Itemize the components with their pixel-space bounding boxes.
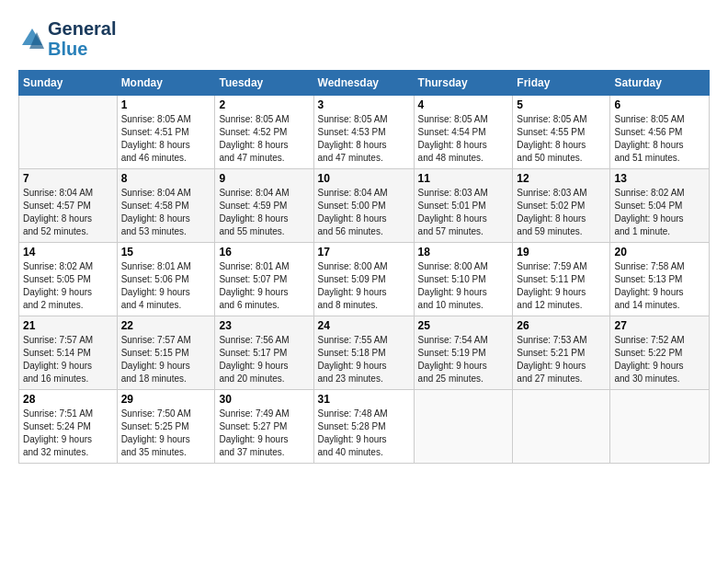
calendar-cell: 13Sunrise: 8:02 AMSunset: 5:04 PMDayligh… bbox=[610, 169, 710, 243]
day-number: 24 bbox=[318, 319, 410, 332]
calendar-cell: 17Sunrise: 8:00 AMSunset: 5:09 PMDayligh… bbox=[313, 243, 414, 316]
day-info: Sunrise: 7:58 AMSunset: 5:13 PMDaylight:… bbox=[614, 260, 705, 312]
day-info: Sunrise: 7:57 AMSunset: 5:14 PMDaylight:… bbox=[23, 334, 113, 385]
calendar-cell: 7Sunrise: 8:04 AMSunset: 4:57 PMDaylight… bbox=[19, 169, 118, 243]
page: General Blue SundayMondayTuesdayWednesda… bbox=[0, 0, 728, 563]
calendar-cell: 18Sunrise: 8:00 AMSunset: 5:10 PMDayligh… bbox=[414, 243, 513, 316]
day-number: 3 bbox=[318, 98, 410, 111]
day-number: 22 bbox=[121, 319, 211, 332]
day-info: Sunrise: 8:04 AMSunset: 5:00 PMDaylight:… bbox=[318, 187, 410, 238]
day-info: Sunrise: 8:03 AMSunset: 5:01 PMDaylight:… bbox=[418, 187, 509, 238]
calendar-cell: 11Sunrise: 8:03 AMSunset: 5:01 PMDayligh… bbox=[414, 169, 513, 243]
day-number: 19 bbox=[517, 246, 606, 259]
weekday-header-thursday: Thursday bbox=[414, 71, 513, 96]
day-info: Sunrise: 8:05 AMSunset: 4:55 PMDaylight:… bbox=[517, 113, 606, 165]
day-info: Sunrise: 8:05 AMSunset: 4:53 PMDaylight:… bbox=[318, 113, 410, 165]
day-info: Sunrise: 8:00 AMSunset: 5:10 PMDaylight:… bbox=[418, 260, 509, 312]
weekday-header-sunday: Sunday bbox=[19, 71, 118, 96]
calendar-cell bbox=[513, 390, 610, 464]
day-number: 13 bbox=[614, 172, 705, 185]
calendar-cell: 29Sunrise: 7:50 AMSunset: 5:25 PMDayligh… bbox=[117, 390, 215, 464]
day-info: Sunrise: 8:05 AMSunset: 4:54 PMDaylight:… bbox=[418, 113, 509, 165]
day-number: 29 bbox=[121, 393, 211, 406]
day-number: 20 bbox=[614, 246, 705, 259]
calendar-cell: 31Sunrise: 7:48 AMSunset: 5:28 PMDayligh… bbox=[313, 390, 414, 464]
day-number: 5 bbox=[517, 98, 606, 111]
day-info: Sunrise: 7:53 AMSunset: 5:21 PMDaylight:… bbox=[517, 334, 606, 385]
calendar-cell bbox=[414, 390, 513, 464]
calendar-cell: 22Sunrise: 7:57 AMSunset: 5:15 PMDayligh… bbox=[117, 316, 215, 390]
day-number: 8 bbox=[121, 172, 211, 185]
day-number: 1 bbox=[121, 98, 211, 111]
calendar-cell: 14Sunrise: 8:02 AMSunset: 5:05 PMDayligh… bbox=[19, 243, 118, 316]
week-row-5: 28Sunrise: 7:51 AMSunset: 5:24 PMDayligh… bbox=[19, 390, 710, 464]
calendar-cell: 16Sunrise: 8:01 AMSunset: 5:07 PMDayligh… bbox=[215, 243, 313, 316]
calendar-cell: 10Sunrise: 8:04 AMSunset: 5:00 PMDayligh… bbox=[313, 169, 414, 243]
day-info: Sunrise: 8:01 AMSunset: 5:06 PMDaylight:… bbox=[121, 260, 211, 312]
day-number: 26 bbox=[517, 319, 606, 332]
day-number: 7 bbox=[23, 172, 113, 185]
calendar-cell: 12Sunrise: 8:03 AMSunset: 5:02 PMDayligh… bbox=[513, 169, 610, 243]
day-info: Sunrise: 8:05 AMSunset: 4:56 PMDaylight:… bbox=[614, 113, 705, 165]
day-number: 2 bbox=[219, 98, 309, 111]
day-number: 9 bbox=[219, 172, 309, 185]
calendar-cell: 5Sunrise: 8:05 AMSunset: 4:55 PMDaylight… bbox=[513, 96, 610, 169]
logo-icon bbox=[18, 25, 46, 52]
day-info: Sunrise: 8:05 AMSunset: 4:52 PMDaylight:… bbox=[219, 113, 309, 165]
weekday-header-saturday: Saturday bbox=[610, 71, 710, 96]
day-number: 12 bbox=[517, 172, 606, 185]
day-info: Sunrise: 7:54 AMSunset: 5:19 PMDaylight:… bbox=[418, 334, 509, 385]
day-info: Sunrise: 7:49 AMSunset: 5:27 PMDaylight:… bbox=[219, 408, 309, 459]
day-info: Sunrise: 7:48 AMSunset: 5:28 PMDaylight:… bbox=[318, 408, 410, 459]
calendar-cell bbox=[610, 390, 710, 464]
day-number: 14 bbox=[23, 246, 113, 259]
day-number: 25 bbox=[418, 319, 509, 332]
calendar-cell: 6Sunrise: 8:05 AMSunset: 4:56 PMDaylight… bbox=[610, 96, 710, 169]
day-info: Sunrise: 8:02 AMSunset: 5:04 PMDaylight:… bbox=[614, 187, 705, 238]
day-info: Sunrise: 7:51 AMSunset: 5:24 PMDaylight:… bbox=[23, 408, 113, 459]
weekday-header-friday: Friday bbox=[513, 71, 610, 96]
day-number: 4 bbox=[418, 98, 509, 111]
day-info: Sunrise: 7:56 AMSunset: 5:17 PMDaylight:… bbox=[219, 334, 309, 385]
calendar-cell: 3Sunrise: 8:05 AMSunset: 4:53 PMDaylight… bbox=[313, 96, 414, 169]
calendar-cell: 23Sunrise: 7:56 AMSunset: 5:17 PMDayligh… bbox=[215, 316, 313, 390]
calendar-cell: 24Sunrise: 7:55 AMSunset: 5:18 PMDayligh… bbox=[313, 316, 414, 390]
day-info: Sunrise: 8:00 AMSunset: 5:09 PMDaylight:… bbox=[318, 260, 410, 312]
day-number: 27 bbox=[614, 319, 705, 332]
week-row-3: 14Sunrise: 8:02 AMSunset: 5:05 PMDayligh… bbox=[19, 243, 710, 316]
calendar-cell: 21Sunrise: 7:57 AMSunset: 5:14 PMDayligh… bbox=[19, 316, 118, 390]
day-number: 21 bbox=[23, 319, 113, 332]
week-row-2: 7Sunrise: 8:04 AMSunset: 4:57 PMDaylight… bbox=[19, 169, 710, 243]
logo: General Blue bbox=[18, 18, 116, 59]
weekday-header-monday: Monday bbox=[117, 71, 215, 96]
calendar-cell: 2Sunrise: 8:05 AMSunset: 4:52 PMDaylight… bbox=[215, 96, 313, 169]
calendar-cell: 1Sunrise: 8:05 AMSunset: 4:51 PMDaylight… bbox=[117, 96, 215, 169]
day-number: 17 bbox=[318, 246, 410, 259]
day-info: Sunrise: 8:04 AMSunset: 4:59 PMDaylight:… bbox=[219, 187, 309, 238]
calendar-cell: 8Sunrise: 8:04 AMSunset: 4:58 PMDaylight… bbox=[117, 169, 215, 243]
weekday-header-wednesday: Wednesday bbox=[313, 71, 414, 96]
day-number: 18 bbox=[418, 246, 509, 259]
calendar-cell: 19Sunrise: 7:59 AMSunset: 5:11 PMDayligh… bbox=[513, 243, 610, 316]
weekday-header-row: SundayMondayTuesdayWednesdayThursdayFrid… bbox=[19, 71, 710, 96]
week-row-1: 1Sunrise: 8:05 AMSunset: 4:51 PMDaylight… bbox=[19, 96, 710, 169]
calendar-cell: 26Sunrise: 7:53 AMSunset: 5:21 PMDayligh… bbox=[513, 316, 610, 390]
day-info: Sunrise: 8:03 AMSunset: 5:02 PMDaylight:… bbox=[517, 187, 606, 238]
day-number: 6 bbox=[614, 98, 705, 111]
day-info: Sunrise: 8:04 AMSunset: 4:58 PMDaylight:… bbox=[121, 187, 211, 238]
calendar-cell: 9Sunrise: 8:04 AMSunset: 4:59 PMDaylight… bbox=[215, 169, 313, 243]
day-info: Sunrise: 7:57 AMSunset: 5:15 PMDaylight:… bbox=[121, 334, 211, 385]
day-number: 11 bbox=[418, 172, 509, 185]
day-number: 16 bbox=[219, 246, 309, 259]
calendar-cell bbox=[19, 96, 118, 169]
day-number: 10 bbox=[318, 172, 410, 185]
calendar-cell: 20Sunrise: 7:58 AMSunset: 5:13 PMDayligh… bbox=[610, 243, 710, 316]
day-info: Sunrise: 8:04 AMSunset: 4:57 PMDaylight:… bbox=[23, 187, 113, 238]
day-number: 30 bbox=[219, 393, 309, 406]
day-number: 28 bbox=[23, 393, 113, 406]
header: General Blue bbox=[18, 18, 710, 59]
day-number: 15 bbox=[121, 246, 211, 259]
day-info: Sunrise: 7:50 AMSunset: 5:25 PMDaylight:… bbox=[121, 408, 211, 459]
day-number: 31 bbox=[318, 393, 410, 406]
week-row-4: 21Sunrise: 7:57 AMSunset: 5:14 PMDayligh… bbox=[19, 316, 710, 390]
